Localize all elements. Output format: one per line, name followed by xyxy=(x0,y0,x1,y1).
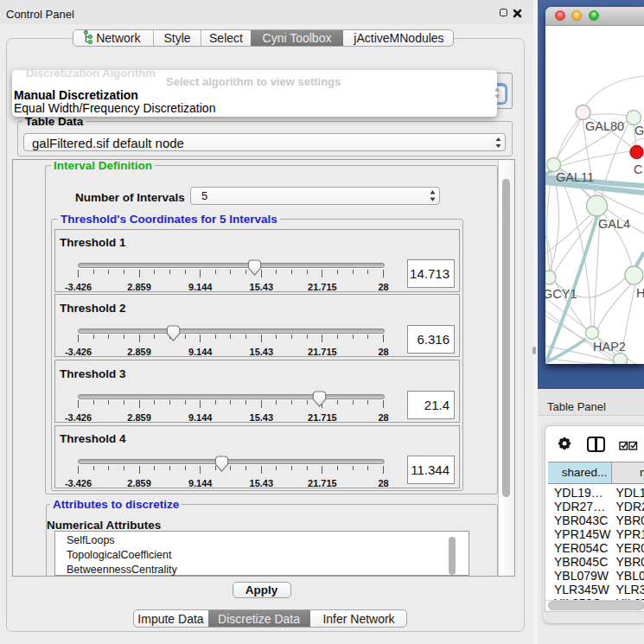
svg-text:H: H xyxy=(636,286,644,300)
svg-text:GCY1: GCY1 xyxy=(545,287,577,301)
svg-text:GAL11: GAL11 xyxy=(556,170,594,184)
svg-text:GAL80: GAL80 xyxy=(585,119,624,133)
svg-text:GAL4: GAL4 xyxy=(598,217,630,231)
svg-text:HAP2: HAP2 xyxy=(593,340,626,354)
svg-text:GA: GA xyxy=(634,124,644,137)
svg-text:C: C xyxy=(634,163,642,176)
